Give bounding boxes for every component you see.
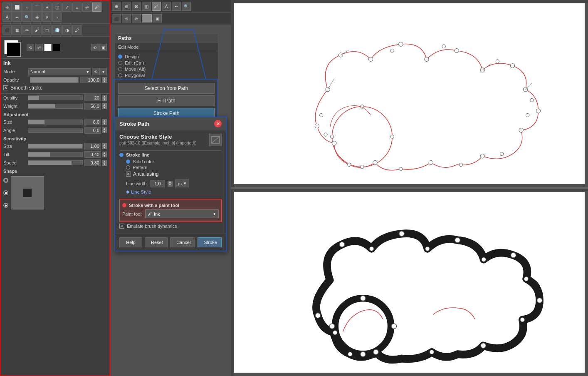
tilt-value[interactable]: 0,40 — [84, 151, 101, 158]
tool-dodge[interactable]: ◑ — [62, 25, 72, 35]
tilt-down[interactable]: ▼ — [102, 154, 107, 157]
canvas-white-bottom[interactable] — [234, 192, 585, 373]
quality-slider[interactable] — [28, 95, 83, 100]
tool-ink[interactable]: 🖋 — [92, 2, 101, 12]
emulate-checkbox[interactable]: ✕ — [119, 224, 124, 229]
tool-move[interactable]: ✛ — [2, 2, 12, 12]
tool-options-reset[interactable]: ⟲ — [91, 44, 99, 51]
toolbar-item-2[interactable]: ⊙ — [122, 2, 131, 11]
stroke-paint-option[interactable]: Stroke with a paint tool — [122, 203, 219, 208]
tb2-1[interactable]: ⬛ — [112, 14, 121, 23]
tilt-slider[interactable] — [28, 152, 83, 157]
angle-value[interactable]: 0,0 — [84, 127, 101, 134]
toolbar-ink-active[interactable]: 🖋 — [152, 2, 161, 11]
paint-tool-select[interactable]: 🖋 Ink ▾ — [145, 209, 219, 218]
size-slider[interactable] — [28, 120, 83, 125]
tool-lasso[interactable]: ⌒ — [32, 2, 42, 12]
line-width-unit-select[interactable]: px ▾ — [175, 179, 190, 187]
antialiasing-checkbox[interactable]: ✕ — [126, 172, 131, 177]
cancel-btn[interactable]: Cancel — [170, 237, 195, 247]
weight-value[interactable]: 50,0 — [84, 103, 101, 110]
tb2-color[interactable] — [142, 14, 152, 22]
line-style-link[interactable]: ◆ Line Style — [126, 189, 222, 194]
svg-point-53 — [361, 351, 366, 356]
angle-slider[interactable] — [28, 128, 83, 133]
reset-btn[interactable]: Reset — [145, 237, 168, 247]
swap-colors-btn[interactable]: ⇌ — [35, 44, 43, 51]
quality-down[interactable]: ▼ — [102, 98, 107, 101]
tool-wand[interactable]: ✦ — [42, 2, 52, 12]
option-move[interactable]: Move (Alt) — [118, 67, 215, 72]
mode-select[interactable]: Normal ▾ — [28, 68, 91, 75]
weight-slider[interactable] — [28, 104, 83, 109]
lw-down[interactable]: ▼ — [168, 184, 173, 187]
option-design[interactable]: Design — [118, 54, 215, 59]
tool-eraser[interactable]: ◻ — [42, 25, 52, 35]
tool-heal[interactable]: ✚ — [32, 12, 42, 22]
tool-rect[interactable]: ⬜ — [12, 2, 22, 12]
speed-value[interactable]: 0,80 — [84, 159, 101, 166]
tool-text[interactable]: A — [2, 12, 12, 22]
toolbar-item-3[interactable]: ⊠ — [132, 2, 141, 11]
help-btn[interactable]: Help — [119, 237, 142, 247]
sens-size-down[interactable]: ▼ — [102, 146, 107, 149]
tool-transform[interactable]: ⤢ — [62, 2, 72, 12]
solid-color-option[interactable]: Solid color — [126, 159, 222, 164]
preview-icon-btn[interactable] — [209, 134, 222, 146]
pattern-option[interactable]: Pattern — [126, 165, 222, 170]
opacity-slider[interactable] — [30, 77, 79, 83]
toolbar-item-zoom[interactable]: 🔍 — [182, 2, 191, 11]
stroke-line-option[interactable]: Stroke line — [119, 152, 222, 157]
angle-down[interactable]: ▼ — [102, 130, 107, 133]
reset-colors-btn[interactable]: ⟲ — [27, 44, 34, 51]
tool-gradient[interactable]: ▦ — [12, 25, 22, 35]
quality-value[interactable]: 20 — [84, 95, 101, 101]
weight-down[interactable]: ▼ — [102, 106, 107, 109]
speed-label: Speed — [3, 160, 26, 165]
tool-pencil[interactable]: ✏ — [22, 25, 32, 35]
tool-bucket[interactable]: ⬛ — [2, 25, 12, 35]
tb2-redo[interactable]: ⟳ — [132, 14, 141, 23]
shape-square-radio[interactable] — [3, 190, 8, 195]
shape-circle-radio[interactable] — [3, 178, 8, 183]
size-down[interactable]: ▼ — [102, 122, 107, 125]
canvas-white-top[interactable] — [234, 3, 585, 184]
size-value[interactable]: 8,0 — [84, 119, 101, 125]
tool-options-save[interactable]: ▣ — [99, 44, 107, 51]
sens-size-value[interactable]: 1,00 — [84, 143, 101, 149]
tool-clone[interactable]: ⎘ — [42, 12, 52, 22]
tool-ellipse[interactable]: ○ — [22, 2, 32, 12]
foreground-color-box[interactable] — [7, 42, 21, 57]
tool-zoom[interactable]: 🔍 — [22, 12, 32, 22]
sens-size-slider[interactable] — [28, 144, 83, 149]
toolbar-item-1[interactable]: ⊕ — [112, 2, 121, 11]
tool-brush[interactable]: 🖌 — [32, 25, 42, 35]
tb2-expand[interactable]: ▣ — [153, 14, 162, 22]
tool-smudge[interactable]: ~ — [52, 12, 62, 22]
fill-path-btn[interactable]: Fill Path — [118, 95, 215, 106]
smooth-stroke-checkbox[interactable]: ✕ — [3, 85, 8, 90]
speed-down[interactable]: ▼ — [102, 163, 107, 166]
speed-slider[interactable] — [28, 160, 83, 165]
selection-from-path-btn[interactable]: Selection from Path — [118, 83, 215, 94]
dialog-close-btn[interactable]: ✕ — [214, 120, 222, 127]
tool-perspective[interactable]: ⟁ — [72, 2, 82, 12]
mode-reset-btn[interactable]: ⟲ — [92, 68, 99, 75]
opacity-value[interactable]: 100,0 — [80, 77, 101, 83]
tb2-undo[interactable]: ⟲ — [122, 14, 131, 23]
opacity-down[interactable]: ▼ — [102, 80, 107, 83]
tool-airbrush[interactable]: 💨 — [52, 25, 62, 35]
stroke-btn[interactable]: Stroke — [198, 237, 222, 247]
toolbar-item-a[interactable]: A — [162, 2, 171, 11]
shape-diamond-radio[interactable]: ◆ — [3, 203, 8, 208]
toolbar-item-pen[interactable]: ✒ — [172, 2, 181, 11]
toolbar-item-4[interactable]: ◫ — [142, 2, 151, 11]
line-width-input[interactable] — [151, 180, 165, 187]
tool-flip[interactable]: ⇄ — [82, 2, 91, 12]
tool-color-pick[interactable]: 🖍 — [72, 25, 82, 35]
option-edit[interactable]: Edit (Ctrl) — [118, 60, 215, 65]
mode-extra-btn[interactable]: ▾ — [99, 68, 107, 75]
tool-path[interactable]: ✒ — [12, 12, 22, 22]
tool-crop[interactable]: ◫ — [52, 2, 62, 12]
option-polygonal[interactable]: Polygonal — [118, 73, 215, 78]
